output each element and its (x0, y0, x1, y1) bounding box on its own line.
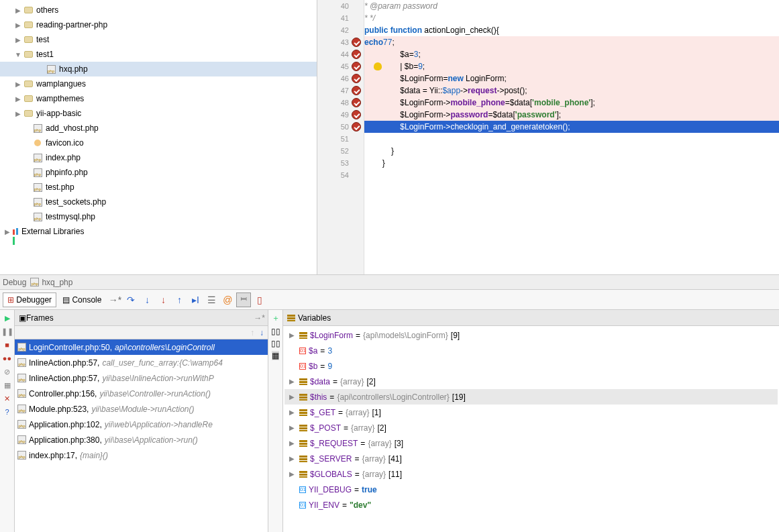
stack-frame[interactable]: phpInlineAction.php:57, yii\base\InlineA… (15, 370, 268, 386)
pause-icon[interactable]: ❚❚ (2, 326, 13, 337)
tree-item[interactable]: ▶wamplangues (0, 76, 317, 91)
variable-row[interactable]: ▶ $GLOBALS = {array} [11] (284, 466, 778, 482)
frame-up-icon[interactable]: ↑ (250, 328, 254, 337)
pin-icon[interactable]: ▯ (252, 292, 267, 307)
php-icon: php (17, 420, 26, 429)
variable-row[interactable]: ▶ $_GET = {array} [1] (284, 405, 778, 420)
stack-frame[interactable]: phpApplication.php:102, yii\web\Applicat… (15, 417, 268, 432)
stack-frame[interactable]: phpLoginController.php:50, api\controlle… (15, 339, 268, 355)
tree-item[interactable]: phpphpinfo.php (0, 165, 317, 180)
code-line[interactable]: $a=3; (364, 48, 779, 60)
variable-row[interactable]: ▶ $_POST = {array} [2] (284, 420, 778, 435)
php-icon: php (30, 278, 39, 286)
code-area[interactable]: * @param password * */ public function a… (364, 0, 779, 274)
code-line[interactable]: $LoginForm->password=$data['password']; (364, 109, 779, 121)
project-tree[interactable]: ▶others▶reading-partner-php▶test▼test1ph… (0, 0, 317, 274)
tree-item[interactable]: phpindex.php (0, 150, 317, 165)
variable-row[interactable]: 01 $b = 9 (284, 358, 778, 374)
code-line[interactable]: } (364, 145, 779, 157)
tree-item[interactable]: phptest.php (0, 180, 317, 195)
step-into-icon[interactable]: ↓ (140, 292, 154, 307)
tree-item[interactable]: ▶others (0, 3, 317, 17)
debug-tool-window-tab: Debug php hxq_php (0, 275, 779, 290)
variable-row[interactable]: ▶ $LoginForm = {api\models\LoginForm} [9… (284, 327, 778, 343)
code-line[interactable]: $LoginForm->mobile_phone=$data['mobile_p… (364, 97, 779, 109)
tree-item[interactable]: ▶wampthemes (0, 91, 317, 106)
breakpoint-icon[interactable] (352, 122, 361, 131)
evaluate-icon[interactable]: ☰ (204, 292, 219, 307)
tree-item[interactable]: phptestmysql.php (0, 209, 317, 224)
code-line[interactable] (364, 133, 779, 145)
view-breakpoints-icon[interactable]: ●● (2, 353, 13, 364)
breakpoint-icon[interactable] (352, 74, 361, 83)
at-icon[interactable]: @ (220, 292, 235, 307)
stack-frame[interactable]: phpindex.php:17, {main}() (15, 447, 268, 463)
stack-frame[interactable]: phpModule.php:523, yii\base\Module->runA… (15, 401, 268, 417)
stop-icon[interactable]: ■ (2, 339, 13, 350)
tree-item[interactable]: phphxq.php (0, 62, 317, 76)
breakpoint-icon[interactable] (352, 86, 361, 95)
code-line[interactable]: $LoginForm->checklogin_and_generatetoken… (364, 121, 779, 133)
external-libraries[interactable]: ▶ External Libraries (0, 224, 317, 239)
variable-row[interactable]: ▶ $_REQUEST = {array} [3] (284, 435, 778, 451)
console-tab[interactable]: ▤ Console (58, 292, 106, 307)
tree-item[interactable]: ▶yii-app-basic (0, 106, 317, 121)
code-line[interactable]: echo 77; (364, 36, 779, 48)
code-line[interactable]: } (364, 157, 779, 169)
breakpoint-icon[interactable] (352, 50, 361, 59)
code-line[interactable]: | $b=9; (364, 60, 779, 72)
variable-row[interactable]: ▶ $this = {api\controllers\LoginControll… (284, 389, 778, 405)
copy2-icon[interactable]: ▯▯ (271, 339, 280, 348)
php-icon: php (17, 451, 26, 460)
force-step-into-icon[interactable]: ↓ (156, 292, 170, 307)
breakpoint-icon[interactable] (352, 38, 361, 47)
code-editor[interactable]: 404142434445464748495051525354 * @param … (317, 0, 779, 274)
php-icon: php (17, 435, 26, 444)
tree-item[interactable]: ▶reading-partner-php (0, 17, 317, 32)
variable-row[interactable]: 01 YII_DEBUG = true (284, 482, 778, 497)
breakpoint-icon[interactable] (352, 98, 361, 107)
variable-row[interactable]: 01 $a = 3 (284, 343, 778, 358)
stack-frame[interactable]: phpInlineAction.php:57, call_user_func_a… (15, 355, 268, 370)
frames-panel: ▣ Frames →* ↑ ↓ phpLoginController.php:5… (15, 310, 268, 532)
mute-breakpoints-icon[interactable]: ⊘ (2, 366, 13, 377)
more-icon[interactable]: →* (107, 292, 122, 307)
settings-icon[interactable]: ⎶ (236, 292, 251, 307)
code-line[interactable]: $data = Yii::$app->request->post(); (364, 85, 779, 97)
variables-header: Variables (283, 310, 779, 326)
step-out-icon[interactable]: ↑ (172, 292, 187, 307)
tree-item[interactable]: ▼test1 (0, 47, 317, 62)
code-line[interactable]: public function actionLogin_check(){ (364, 24, 779, 36)
tree-icon[interactable]: ▦ (272, 351, 279, 360)
lightbulb-icon[interactable] (374, 62, 382, 70)
code-line[interactable]: $LoginForm=new LoginForm; (364, 72, 779, 85)
php-icon: php (17, 374, 26, 382)
breakpoint-icon[interactable] (352, 110, 361, 119)
frame-down-icon[interactable]: ↓ (260, 328, 264, 337)
close-icon[interactable]: ✕ (2, 393, 13, 404)
tree-item[interactable]: favicon.ico (0, 136, 317, 150)
code-line[interactable] (364, 169, 779, 181)
tree-item[interactable]: phptest_sockets.php (0, 195, 317, 209)
code-line[interactable]: * */ (364, 12, 779, 24)
gutter[interactable]: 404142434445464748495051525354 (317, 0, 364, 274)
variable-row[interactable]: 01 YII_ENV = "dev" (284, 497, 778, 513)
copy-icon[interactable]: ▯▯ (271, 327, 280, 336)
run-to-cursor-icon[interactable]: ▸I (188, 292, 203, 307)
breakpoint-icon[interactable] (352, 62, 361, 71)
code-line[interactable]: * @param password (364, 0, 779, 12)
debugger-tab[interactable]: ⊞ Debugger (3, 292, 56, 307)
resume-icon[interactable]: ▶ (2, 313, 13, 323)
add-watch-icon[interactable]: ＋ (272, 313, 280, 324)
step-over-icon[interactable]: ↷ (123, 292, 138, 307)
variables-panel: Variables ▶ $LoginForm = {api\models\Log… (283, 310, 779, 532)
frames-dropdown-icon[interactable]: →* (254, 313, 265, 323)
stack-frame[interactable]: phpApplication.php:380, yii\base\Applica… (15, 432, 268, 447)
tree-item[interactable]: ▶test (0, 32, 317, 47)
stack-frame[interactable]: phpController.php:156, yii\base\Controll… (15, 386, 268, 401)
tree-item[interactable]: phpadd_vhost.php (0, 121, 317, 136)
variable-row[interactable]: ▶ $data = {array} [2] (284, 374, 778, 389)
help-icon[interactable]: ? (2, 407, 13, 417)
layout-icon[interactable]: ▦ (2, 380, 13, 390)
variable-row[interactable]: ▶ $_SERVER = {array} [41] (284, 451, 778, 466)
